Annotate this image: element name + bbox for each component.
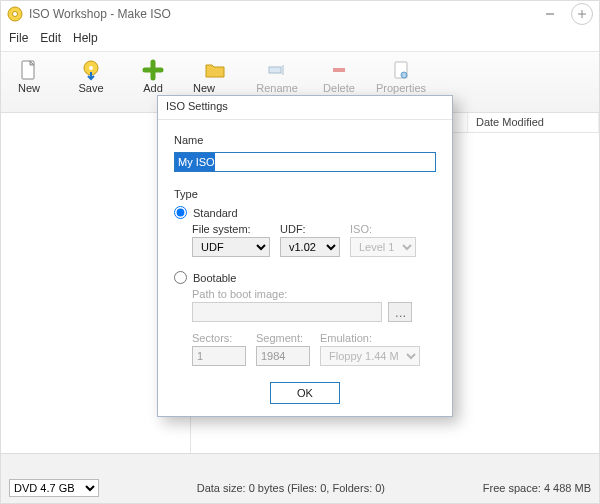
standard-radio-label: Standard bbox=[193, 207, 238, 219]
svg-rect-10 bbox=[333, 68, 345, 72]
path-label: Path to boot image: bbox=[192, 288, 436, 300]
sectors-label: Sectors: bbox=[192, 332, 246, 344]
iso-label: ISO: bbox=[350, 223, 416, 235]
rename-icon bbox=[265, 58, 289, 82]
properties-icon: i bbox=[389, 58, 413, 82]
name-label: Name bbox=[174, 134, 436, 146]
new-button[interactable]: New bbox=[7, 58, 51, 106]
svg-rect-8 bbox=[269, 67, 281, 73]
rename-label: Rename bbox=[256, 82, 298, 94]
segment-input bbox=[256, 346, 310, 366]
bootable-radio-row: Bootable bbox=[174, 271, 436, 284]
menu-edit[interactable]: Edit bbox=[36, 29, 65, 47]
properties-label: Properties bbox=[376, 82, 426, 94]
col-date[interactable]: Date Modified bbox=[468, 113, 599, 132]
name-input[interactable] bbox=[174, 152, 436, 172]
sectors-input bbox=[192, 346, 246, 366]
ok-button[interactable]: OK bbox=[270, 382, 340, 404]
status-data-size: Data size: 0 bytes (Files: 0, Folders: 0… bbox=[99, 482, 483, 494]
new-label: New bbox=[18, 82, 40, 94]
save-label: Save bbox=[78, 82, 103, 94]
fs-select[interactable]: UDF bbox=[192, 237, 270, 257]
standard-radio-row: Standard bbox=[174, 206, 436, 219]
add-icon bbox=[141, 58, 165, 82]
titlebar: ISO Workshop - Make ISO bbox=[1, 1, 599, 27]
svg-text:i: i bbox=[403, 72, 404, 78]
iso-settings-dialog: ISO Settings Name Type Standard File sys… bbox=[157, 95, 453, 417]
menu-file[interactable]: File bbox=[5, 29, 32, 47]
boot-path-input bbox=[192, 302, 382, 322]
dialog-title: ISO Settings bbox=[158, 96, 452, 120]
emulation-select: Floppy 1.44 MB bbox=[320, 346, 420, 366]
minimize-button[interactable] bbox=[529, 1, 571, 27]
delete-label: Delete bbox=[323, 82, 355, 94]
menu-help[interactable]: Help bbox=[69, 29, 102, 47]
new-file-icon bbox=[17, 58, 41, 82]
emulation-label: Emulation: bbox=[320, 332, 420, 344]
svg-point-1 bbox=[13, 12, 18, 17]
udf-select[interactable]: v1.02 bbox=[280, 237, 340, 257]
statusbar: DVD 4.7 GB Data size: 0 bytes (Files: 0,… bbox=[1, 453, 599, 503]
add-label: Add bbox=[143, 82, 163, 94]
save-icon bbox=[79, 58, 103, 82]
media-select[interactable]: DVD 4.7 GB bbox=[9, 479, 99, 497]
menubar: File Edit Help bbox=[1, 27, 599, 52]
browse-button: ... bbox=[388, 302, 412, 322]
status-free-space: Free space: 4 488 MB bbox=[483, 482, 591, 494]
folder-icon bbox=[203, 58, 227, 82]
save-button[interactable]: Save bbox=[69, 58, 113, 106]
standard-radio[interactable] bbox=[174, 206, 187, 219]
bootable-radio[interactable] bbox=[174, 271, 187, 284]
svg-point-7 bbox=[89, 66, 93, 70]
app-icon bbox=[7, 6, 23, 22]
delete-icon bbox=[327, 58, 351, 82]
maximize-circle-button[interactable] bbox=[571, 3, 593, 25]
window-title: ISO Workshop - Make ISO bbox=[29, 7, 171, 21]
segment-label: Segment: bbox=[256, 332, 310, 344]
bootable-radio-label: Bootable bbox=[193, 272, 236, 284]
type-label: Type bbox=[174, 188, 436, 200]
iso-select: Level 1 bbox=[350, 237, 416, 257]
udf-label: UDF: bbox=[280, 223, 340, 235]
fs-label: File system: bbox=[192, 223, 270, 235]
